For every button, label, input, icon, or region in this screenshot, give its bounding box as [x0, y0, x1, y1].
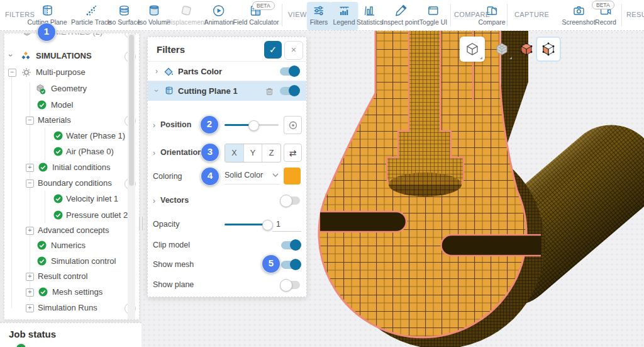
orientation-label: Orientation [160, 148, 203, 157]
cutting-plane-icon [40, 4, 54, 18]
sidebar-item-advanced-concepts[interactable]: + Advanced concepts [4, 223, 139, 238]
sidebar-item-model[interactable]: Model [4, 98, 139, 113]
axis-y-button[interactable]: Y [244, 144, 263, 162]
view-mode-clip-button[interactable] [536, 37, 561, 62]
tool-filters[interactable]: Filters [307, 2, 331, 30]
flip-orientation-button[interactable]: ⇄ [284, 144, 302, 162]
coloring-select[interactable]: Solid Color [225, 168, 280, 185]
check-circle-icon [37, 100, 47, 110]
expand-icon[interactable]: + [26, 288, 34, 297]
annotation-step-4: 4 [201, 167, 219, 186]
axis-selector: X Y Z [225, 144, 281, 162]
chevron-down-icon[interactable]: › [6, 54, 16, 57]
cube-mesh-icon [494, 42, 509, 57]
chevron-down-icon[interactable]: › [152, 89, 161, 92]
sidebar-item-boundary-conditions[interactable]: − Boundary conditions + [4, 176, 139, 191]
statistics-icon [363, 4, 377, 18]
view-mode-mesh-button[interactable] [489, 37, 514, 62]
chevron-right-icon[interactable]: › [155, 67, 158, 76]
simulation-tree: GEOMETRIES (2) + › SIMULATIONS + − Multi… [4, 33, 140, 320]
collapse-icon[interactable]: − [26, 117, 34, 125]
show-mesh-toggle[interactable] [281, 261, 300, 269]
sidebar-item-simulations[interactable]: › SIMULATIONS + [4, 48, 139, 64]
axis-z-button[interactable]: Z [262, 144, 280, 162]
sidebar-item-velocity-inlet-1[interactable]: Velocity inlet 1 [4, 191, 139, 207]
vectors-toggle[interactable] [281, 196, 300, 205]
sidebar-item-simulation-runs[interactable]: + Simulation Runs + [4, 300, 139, 316]
swap-icon: ⇄ [289, 148, 297, 158]
expand-icon[interactable]: + [26, 273, 34, 281]
sidebar-item-numerics[interactable]: Numerics [4, 238, 139, 253]
cube-clipped-icon [541, 42, 556, 57]
position-slider-handle[interactable] [248, 120, 259, 131]
iso-volume-icon [147, 4, 161, 18]
annotation-step-2: 2 [200, 115, 219, 134]
panel-resize-handle[interactable] [139, 217, 143, 230]
filters-icon [312, 4, 326, 18]
toolbar-separator [282, 4, 282, 26]
sidebar-item-geometries[interactable]: GEOMETRIES (2) + [4, 33, 139, 40]
sidebar-item-result-control[interactable]: + Result control [4, 269, 139, 284]
check-circle-icon [53, 131, 63, 140]
opacity-input-underline [272, 220, 301, 232]
collapse-icon[interactable]: − [8, 69, 16, 77]
annotation-step-5: 5 [262, 254, 280, 273]
expand-icon[interactable]: + [26, 304, 34, 312]
sidebar-item-simulation-control[interactable]: Simulation control [4, 254, 139, 269]
coloring-label: Coloring [153, 172, 182, 181]
cutting-plane-toggle[interactable] [280, 87, 299, 95]
iso-surface-icon [117, 4, 131, 18]
sidebar-item-multi-purpose[interactable]: − Multi-purpose [4, 65, 139, 80]
sidebar-item-materials[interactable]: − Materials + [4, 113, 139, 128]
sidebar-item-initial-conditions[interactable]: + Initial conditions [4, 160, 139, 175]
filter-row-cutting-plane-1[interactable]: › Cutting Plane 1 [148, 81, 306, 101]
clip-model-toggle[interactable] [281, 241, 300, 249]
annotation-step-3: 3 [201, 143, 219, 162]
dropdown-corner-icon [509, 57, 512, 59]
check-icon: ✓ [269, 44, 277, 55]
sidebar-item-air-phase-0[interactable]: Air (Phase 0) [4, 144, 139, 159]
expand-icon[interactable]: + [26, 227, 34, 235]
screenshot-icon [572, 4, 586, 18]
cube-clipped-colored-icon [519, 42, 534, 57]
trash-icon[interactable] [265, 86, 274, 96]
opacity-slider[interactable] [225, 224, 270, 225]
show-mesh-label: Show mesh [153, 260, 194, 269]
check-circle-icon [53, 194, 63, 203]
tool-toggle-ui[interactable]: Toggle UI [416, 2, 450, 30]
opacity-slider-handle[interactable] [262, 220, 273, 230]
vectors-label: Vectors [160, 196, 189, 205]
apply-button[interactable]: ✓ [264, 41, 282, 59]
chevron-right-icon[interactable]: › [153, 196, 155, 205]
chevron-right-icon[interactable]: › [153, 121, 155, 130]
close-button[interactable]: × [284, 41, 303, 60]
clip-model-label: Clip model [153, 241, 190, 249]
sidebar-item-geometry[interactable]: Geometry [4, 81, 139, 96]
top-toolbar: FILTERS VIEW COMPARE CAPTURE RESULTS Cut… [0, 0, 644, 31]
toolbar-separator [450, 4, 451, 26]
cube-outline-icon [465, 42, 480, 57]
pick-center-button[interactable] [284, 116, 302, 134]
filter-row-parts-color[interactable]: › Parts Color [148, 61, 306, 81]
compare-icon [485, 4, 499, 18]
show-plane-toggle[interactable] [281, 281, 300, 289]
sidebar-item-pressure-outlet-2[interactable]: Pressure outlet 2 [4, 208, 139, 223]
view-mode-shaded-button[interactable] [460, 37, 485, 62]
axis-x-button[interactable]: X [225, 144, 244, 162]
collapse-icon[interactable]: − [26, 179, 34, 188]
chevron-right-icon[interactable]: › [153, 149, 155, 157]
tool-compare[interactable]: Compare [475, 2, 508, 30]
solid-color-swatch[interactable] [284, 168, 301, 185]
view-mode-clip-colored-button[interactable] [514, 37, 539, 62]
group-label-view: VIEW [288, 11, 307, 18]
tree-scrollbar-thumb[interactable] [129, 35, 134, 186]
position-slider[interactable] [225, 124, 279, 126]
close-icon: × [291, 44, 297, 55]
sidebar-item-water-phase-1[interactable]: Water (Phase 1) [4, 128, 139, 144]
group-label-results: RESULTS [626, 11, 644, 18]
show-plane-label: Show plane [153, 280, 194, 289]
sidebar-item-mesh-settings[interactable]: + Mesh settings [4, 285, 139, 300]
job-status-ok-icon [16, 344, 26, 347]
expand-icon[interactable]: + [26, 164, 34, 172]
parts-color-toggle[interactable] [280, 67, 299, 76]
